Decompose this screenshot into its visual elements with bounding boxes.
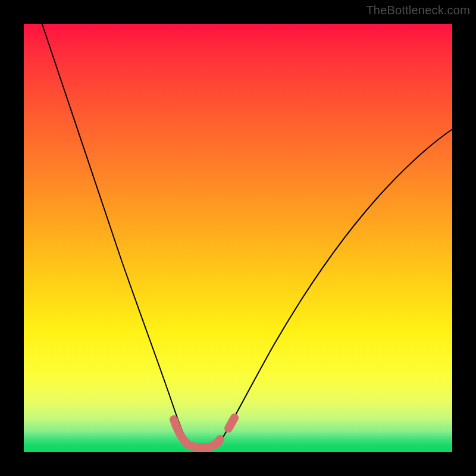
right-shoulder-dot (228, 418, 234, 428)
right-curve (219, 126, 457, 444)
valley-highlight (174, 419, 220, 447)
plot-area (24, 24, 452, 452)
chart-frame: TheBottleneck.com (0, 0, 476, 476)
curve-layer (24, 24, 452, 452)
left-curve (40, 19, 189, 445)
watermark-text: TheBottleneck.com (366, 4, 470, 17)
